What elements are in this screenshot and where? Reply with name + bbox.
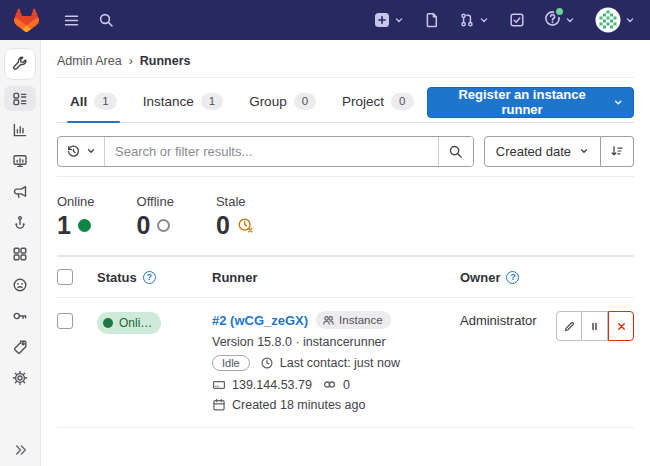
sidebar-item-admin-area[interactable] <box>4 48 36 80</box>
runner-stats: Online 1 Offline 0 Stale 0 <box>57 177 634 256</box>
breadcrumb-admin-area[interactable]: Admin Area <box>57 54 122 68</box>
created-ago-text: Created 18 minutes ago <box>232 398 365 412</box>
avatar <box>595 7 621 33</box>
notification-dot <box>556 8 563 15</box>
register-instance-runner-button[interactable]: Register an instance runner <box>427 87 635 118</box>
user-menu-button[interactable] <box>595 7 636 33</box>
overview-icon <box>12 91 28 107</box>
clock-icon <box>260 356 274 370</box>
chevron-down-icon <box>624 14 636 26</box>
tab-count-badge: 1 <box>94 93 116 110</box>
runner-type-label: Instance <box>339 314 382 326</box>
sidebar-item-messages[interactable] <box>4 179 36 204</box>
tab-all[interactable]: All 1 <box>57 83 130 122</box>
tab-count-badge: 0 <box>294 93 316 110</box>
tab-project[interactable]: Project 0 <box>329 83 426 122</box>
tab-count-badge: 1 <box>201 93 223 110</box>
stat-label: Online <box>57 194 95 209</box>
sort-descending-icon <box>610 144 624 158</box>
chevron-down-icon <box>86 146 96 156</box>
sidebar-item-monitoring[interactable] <box>4 148 36 173</box>
chevron-down-icon <box>564 14 576 26</box>
wrench-icon <box>12 56 28 72</box>
stat-label: Offline <box>137 194 174 209</box>
megaphone-icon <box>12 184 28 200</box>
link-icon <box>322 377 337 392</box>
search-input[interactable] <box>105 137 438 166</box>
stat-offline: Offline 0 <box>137 194 174 240</box>
tab-label: Instance <box>143 94 194 109</box>
owner-help-icon[interactable]: ? <box>506 271 519 284</box>
sidebar-collapse-button[interactable] <box>0 443 41 457</box>
chevron-down-icon <box>478 14 490 26</box>
stat-label: Stale <box>216 194 254 209</box>
edit-runner-button[interactable] <box>556 311 582 341</box>
online-status-dot-icon <box>103 318 113 328</box>
admin-sidebar <box>0 40 41 466</box>
search-submit-button[interactable] <box>438 137 473 166</box>
hook-icon <box>12 215 28 231</box>
filtered-search <box>57 136 474 167</box>
linked-count-text: 0 <box>343 378 350 392</box>
table-header-row: Status ? Runner Owner ? <box>57 257 634 298</box>
breadcrumb-current: Runners <box>140 54 191 68</box>
sidebar-item-labels[interactable] <box>4 334 36 359</box>
sort-by-label: Created date <box>496 144 571 159</box>
merge-requests-button[interactable] <box>459 12 490 28</box>
sidebar-item-overview[interactable] <box>4 86 36 111</box>
tab-group[interactable]: Group 0 <box>236 83 329 122</box>
row-checkbox[interactable] <box>57 313 73 329</box>
merge-request-icon <box>459 12 475 28</box>
owner-column-header: Owner <box>460 270 500 285</box>
sort-direction-button[interactable] <box>601 136 634 167</box>
sidebar-item-abuse-reports[interactable] <box>4 272 36 297</box>
stat-value: 0 <box>216 212 230 240</box>
sidebar-item-analytics[interactable] <box>4 117 36 142</box>
search-icon[interactable] <box>98 12 114 28</box>
select-all-checkbox[interactable] <box>57 269 73 285</box>
online-dot-icon <box>78 219 91 232</box>
issues-button[interactable] <box>424 12 440 28</box>
search-history-dropdown[interactable] <box>58 137 105 166</box>
sidebar-item-system-hooks[interactable] <box>4 210 36 235</box>
monitor-icon <box>12 153 28 169</box>
sidebar-item-applications[interactable] <box>4 241 36 266</box>
status-badge-label: Onli… <box>119 316 152 330</box>
stat-stale: Stale 0 <box>216 194 254 240</box>
bar-chart-icon <box>12 122 28 138</box>
todo-check-icon <box>509 12 525 28</box>
stat-online: Online 1 <box>57 194 95 240</box>
stat-value: 1 <box>57 212 71 240</box>
gitlab-logo-icon[interactable] <box>14 8 39 32</box>
plus-icon <box>374 12 390 28</box>
tab-label: Group <box>249 94 287 109</box>
tab-label: Project <box>342 94 384 109</box>
help-menu-button[interactable] <box>544 10 576 31</box>
sidebar-item-deploy-keys[interactable] <box>4 303 36 328</box>
sort-by-dropdown[interactable]: Created date <box>484 136 601 167</box>
delete-runner-button[interactable] <box>608 311 634 341</box>
tab-count-badge: 0 <box>391 93 413 110</box>
gear-icon <box>12 370 28 386</box>
pause-runner-button[interactable] <box>582 311 608 341</box>
tab-instance[interactable]: Instance 1 <box>130 83 236 122</box>
offline-dot-icon <box>157 219 170 232</box>
runner-link[interactable]: #2 (wCG_zeGX) <box>212 313 308 328</box>
tab-label: All <box>70 94 87 109</box>
hamburger-menu-icon[interactable] <box>63 12 80 29</box>
sidebar-item-settings[interactable] <box>4 365 36 390</box>
owner-link[interactable]: Administrator <box>460 310 537 328</box>
job-status-badge: Idle <box>212 355 250 371</box>
todos-button[interactable] <box>509 12 525 28</box>
status-column-header: Status <box>97 270 137 285</box>
users-icon <box>322 314 335 327</box>
new-menu-button[interactable] <box>374 12 405 28</box>
breadcrumb-separator: › <box>129 54 133 68</box>
register-button-label: Register an instance runner <box>441 87 604 117</box>
runner-column-header: Runner <box>212 270 258 285</box>
breadcrumb: Admin Area › Runners <box>57 40 634 78</box>
stale-clock-icon <box>237 217 254 234</box>
frown-face-icon <box>12 277 28 293</box>
status-help-icon[interactable]: ? <box>143 271 156 284</box>
runner-version-line: Version 15.8.0 · instancerunner <box>212 335 440 349</box>
